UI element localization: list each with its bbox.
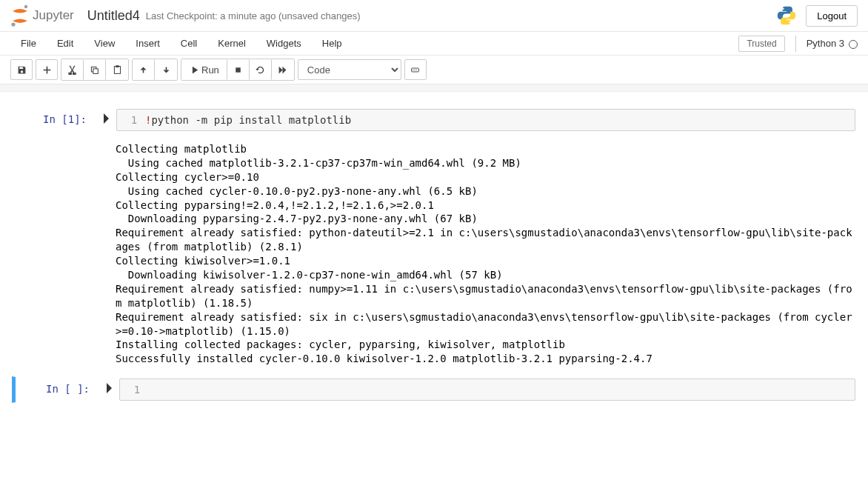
menu-insert[interactable]: Insert bbox=[125, 33, 170, 53]
menu-widgets[interactable]: Widgets bbox=[256, 33, 312, 53]
code-input[interactable]: 1 bbox=[119, 378, 855, 401]
line-number: 1 bbox=[123, 114, 145, 126]
notebook-container: In [1]: 1 !python -m pip install matplot… bbox=[0, 92, 868, 418]
run-cell-icon[interactable] bbox=[104, 383, 112, 393]
input-prompt: In [1]: bbox=[13, 109, 94, 131]
move-down-button[interactable] bbox=[155, 59, 177, 80]
logo-text: Jupyter bbox=[33, 8, 74, 23]
checkpoint-text: Last Checkpoint: a minute ago (unsaved c… bbox=[146, 10, 361, 21]
jupyter-icon bbox=[10, 4, 30, 27]
run-button[interactable]: Run bbox=[181, 59, 227, 80]
svg-rect-8 bbox=[236, 67, 241, 73]
svg-rect-7 bbox=[116, 65, 118, 67]
notebook-title[interactable]: Untitled4 bbox=[87, 8, 140, 24]
toolbar: Run Code bbox=[0, 56, 868, 84]
menubar: File Edit View Insert Cell Kernel Widget… bbox=[0, 32, 868, 56]
line-number: 1 bbox=[126, 384, 148, 396]
command-palette-button[interactable] bbox=[404, 59, 427, 80]
cut-button[interactable] bbox=[61, 59, 84, 80]
output-row: Collecting matplotlib Using cached matpl… bbox=[12, 136, 856, 372]
input-prompt: In [ ]: bbox=[16, 378, 97, 401]
kernel-name[interactable]: Python 3 bbox=[807, 38, 858, 49]
trusted-indicator[interactable]: Trusted bbox=[738, 36, 784, 52]
separator bbox=[795, 36, 796, 52]
code-text[interactable]: !python -m pip install matplotlib bbox=[145, 114, 849, 126]
menu-kernel[interactable]: Kernel bbox=[207, 33, 256, 53]
notification-area bbox=[0, 84, 868, 92]
svg-rect-6 bbox=[114, 66, 120, 73]
logo[interactable]: Jupyter bbox=[10, 4, 74, 27]
svg-point-3 bbox=[789, 21, 790, 23]
menu-view[interactable]: View bbox=[84, 33, 125, 53]
run-cell-icon[interactable] bbox=[101, 113, 109, 124]
code-text[interactable] bbox=[148, 384, 849, 396]
code-cell[interactable]: In [1]: 1 !python -m pip install matplot… bbox=[12, 107, 856, 133]
save-button[interactable] bbox=[10, 59, 33, 80]
cell-output: Collecting matplotlib Using cached matpl… bbox=[116, 136, 856, 372]
paste-button[interactable] bbox=[106, 59, 128, 80]
svg-point-1 bbox=[11, 22, 15, 26]
restart-run-all-button[interactable] bbox=[272, 59, 294, 80]
copy-button[interactable] bbox=[84, 59, 106, 80]
menu-file[interactable]: File bbox=[10, 33, 47, 53]
menu-cell[interactable]: Cell bbox=[170, 33, 207, 53]
menu-help[interactable]: Help bbox=[312, 33, 353, 53]
python-icon bbox=[776, 5, 797, 26]
output-prompt bbox=[12, 136, 93, 372]
menu-edit[interactable]: Edit bbox=[47, 33, 84, 53]
kernel-status-icon bbox=[849, 40, 858, 49]
svg-point-0 bbox=[24, 5, 27, 8]
interrupt-button[interactable] bbox=[227, 59, 250, 80]
restart-button[interactable] bbox=[250, 59, 272, 80]
move-up-button[interactable] bbox=[133, 59, 155, 80]
cell-type-select[interactable]: Code bbox=[298, 59, 401, 80]
code-cell[interactable]: In [ ]: 1 bbox=[12, 376, 856, 403]
add-cell-button[interactable] bbox=[36, 59, 58, 80]
code-input[interactable]: 1 !python -m pip install matplotlib bbox=[116, 109, 855, 131]
svg-point-2 bbox=[783, 8, 784, 10]
logout-button[interactable]: Logout bbox=[806, 5, 858, 27]
header: Jupyter Untitled4 Last Checkpoint: a min… bbox=[0, 0, 868, 32]
svg-rect-5 bbox=[93, 68, 99, 73]
